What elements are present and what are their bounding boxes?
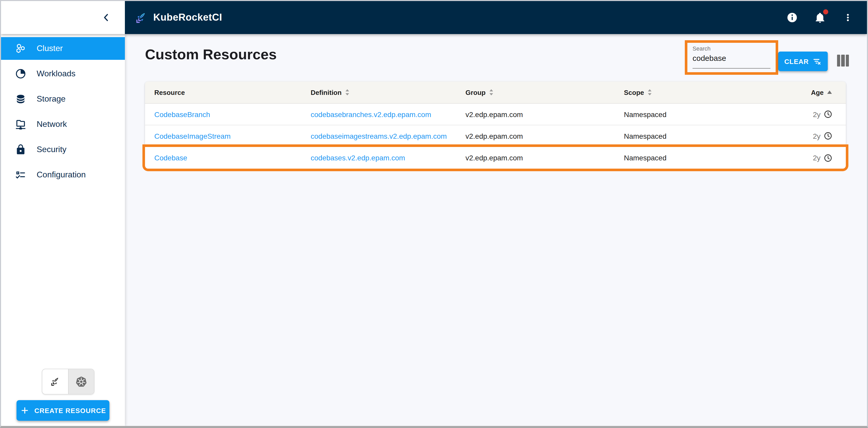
- sidebar-item-configuration[interactable]: Configuration: [1, 163, 125, 186]
- sidebar-item-label: Security: [37, 145, 67, 154]
- search-underline: [692, 68, 771, 69]
- create-resource-label: CREATE RESOURCE: [34, 406, 106, 414]
- workloads-icon: [15, 68, 26, 79]
- clear-button-label: CLEAR: [784, 58, 809, 65]
- more-menu-button[interactable]: [841, 11, 855, 24]
- clock-icon: [824, 131, 832, 140]
- notification-badge: [823, 9, 828, 14]
- column-header-group[interactable]: Group: [465, 89, 624, 96]
- info-icon: [786, 12, 798, 23]
- sidebar-header: [1, 1, 125, 34]
- view-mode-toggle: [42, 369, 94, 394]
- kubernetes-view-button[interactable]: [68, 369, 94, 394]
- info-button[interactable]: [785, 11, 799, 24]
- search-annotation-highlight: Search: [685, 40, 778, 75]
- sidebar-item-workloads[interactable]: Workloads: [1, 62, 125, 85]
- kuberocketci-view-button[interactable]: [42, 369, 68, 394]
- sidebar-item-cluster[interactable]: Cluster: [1, 37, 125, 60]
- configuration-icon: [15, 169, 26, 180]
- app-window: KubeRocketCI: [0, 0, 868, 428]
- group-value: v2.edp.epam.com: [465, 132, 624, 140]
- table-row[interactable]: CodebaseImageStream codebaseimagestreams…: [145, 125, 846, 147]
- main-content: Custom Resources Search CLEAR Resource D…: [125, 34, 867, 426]
- scope-value: Namespaced: [624, 110, 750, 118]
- column-header-resource[interactable]: Resource: [154, 89, 311, 96]
- sort-icon: [647, 89, 652, 96]
- clear-button[interactable]: CLEAR: [778, 52, 828, 71]
- resource-link[interactable]: CodebaseImageStream: [154, 132, 311, 140]
- scope-value: Namespaced: [624, 132, 750, 140]
- brand: KubeRocketCI: [134, 10, 222, 25]
- column-header-age[interactable]: Age: [750, 89, 832, 96]
- feather-icon: [50, 376, 61, 387]
- definition-link[interactable]: codebasebranches.v2.edp.epam.com: [311, 110, 465, 118]
- search-input[interactable]: [692, 54, 771, 62]
- lock-icon: [15, 144, 26, 155]
- sidebar-nav: Cluster Workloads Storage Network Securi…: [1, 34, 125, 186]
- create-resource-button[interactable]: CREATE RESOURCE: [17, 400, 110, 421]
- column-header-scope[interactable]: Scope: [624, 89, 750, 96]
- sidebar-item-label: Cluster: [37, 44, 63, 53]
- top-strip: KubeRocketCI: [1, 1, 867, 34]
- topbar: KubeRocketCI: [125, 1, 867, 34]
- brand-name: KubeRocketCI: [153, 12, 222, 23]
- clock-icon: [824, 110, 832, 119]
- age-value: 2y: [750, 110, 832, 119]
- age-value: 2y: [750, 131, 832, 140]
- columns-settings-button[interactable]: [837, 55, 849, 67]
- filter-remove-icon: [813, 57, 822, 66]
- cluster-icon: [15, 43, 26, 54]
- plus-icon: [20, 406, 29, 415]
- storage-icon: [15, 93, 26, 105]
- sidebar-item-security[interactable]: Security: [1, 138, 125, 161]
- table-row[interactable]: CodebaseBranch codebasebranches.v2.edp.e…: [145, 104, 846, 125]
- kebab-menu-icon: [843, 12, 852, 23]
- resource-link[interactable]: CodebaseBranch: [154, 110, 311, 118]
- sidebar-item-storage[interactable]: Storage: [1, 88, 125, 110]
- column-header-definition[interactable]: Definition: [311, 89, 465, 96]
- kubernetes-icon: [75, 375, 88, 388]
- scope-value: Namespaced: [624, 154, 750, 162]
- custom-resources-table: Resource Definition Group Scope Age: [145, 81, 846, 169]
- sort-asc-icon: [827, 90, 832, 94]
- resource-link[interactable]: Codebase: [154, 154, 311, 162]
- network-icon: [15, 119, 26, 130]
- notifications-button[interactable]: [813, 11, 827, 24]
- kuberocketci-logo-icon: [134, 10, 148, 25]
- group-value: v2.edp.epam.com: [465, 110, 624, 118]
- sidebar-item-label: Network: [37, 120, 67, 129]
- sidebar-item-label: Workloads: [37, 69, 75, 78]
- table-row-highlighted[interactable]: Codebase codebases.v2.edp.epam.com v2.ed…: [145, 147, 846, 169]
- toolbar: Custom Resources Search CLEAR: [125, 34, 867, 81]
- group-value: v2.edp.epam.com: [465, 154, 624, 162]
- table-header-row: Resource Definition Group Scope Age: [145, 81, 846, 104]
- topbar-actions: [785, 11, 858, 24]
- definition-link[interactable]: codebaseimagestreams.v2.edp.epam.com: [311, 132, 465, 140]
- definition-link[interactable]: codebases.v2.edp.epam.com: [311, 154, 465, 162]
- page-title: Custom Resources: [145, 46, 277, 63]
- sidebar-item-label: Storage: [37, 94, 66, 104]
- sidebar-item-network[interactable]: Network: [1, 113, 125, 136]
- chevron-left-icon: [101, 12, 112, 23]
- clock-icon: [824, 154, 832, 162]
- search-label: Search: [692, 45, 771, 52]
- sort-icon: [489, 89, 494, 96]
- sidebar: Cluster Workloads Storage Network Securi…: [1, 34, 125, 426]
- sort-icon: [345, 89, 350, 96]
- age-value: 2y: [750, 154, 832, 162]
- sidebar-collapse-button[interactable]: [99, 10, 114, 25]
- sidebar-item-label: Configuration: [37, 170, 86, 179]
